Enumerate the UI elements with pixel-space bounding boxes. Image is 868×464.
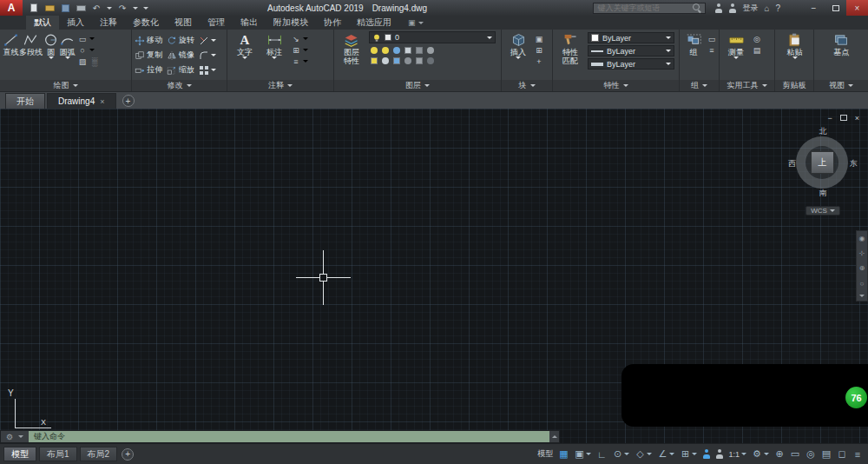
quick-calc-icon[interactable]: ▤ xyxy=(752,45,762,55)
line-tool[interactable]: 直线 xyxy=(3,31,19,80)
tab-featured-apps[interactable]: 精选应用 xyxy=(349,16,399,30)
measure-tool[interactable]: 测量 xyxy=(722,31,750,80)
chevron-down-icon[interactable] xyxy=(666,50,671,52)
clean-screen-icon[interactable]: ◻ xyxy=(837,447,847,461)
tab-manage[interactable]: 管理 xyxy=(200,16,233,30)
plot-icon[interactable] xyxy=(76,3,86,13)
ortho-mode-icon[interactable]: ∟ xyxy=(596,447,607,461)
notification-badge[interactable]: 76 xyxy=(845,387,867,408)
annotation-autoscale-icon[interactable] xyxy=(715,449,723,459)
chevron-down-icon[interactable] xyxy=(89,49,95,51)
quick-properties-icon[interactable]: ▭ xyxy=(790,447,800,461)
restore-button[interactable] xyxy=(825,0,846,16)
chevron-down-icon[interactable] xyxy=(733,56,739,59)
text-tool[interactable]: A 文字 xyxy=(230,31,260,80)
isolate-objects-icon[interactable]: ◎ xyxy=(806,447,816,461)
workspace-switch-button[interactable]: ⚙ xyxy=(752,447,769,461)
command-line[interactable]: ⚙ 键入命令 xyxy=(0,430,560,443)
customize-status-icon[interactable]: ≡ xyxy=(852,447,863,461)
circle-tool[interactable]: 圆 xyxy=(43,31,59,80)
command-customize-icon[interactable]: ⚙ xyxy=(6,433,13,441)
doc-restore-button[interactable] xyxy=(840,114,847,123)
viewcube[interactable]: 北 西 上 东 南 xyxy=(788,126,858,199)
tab-addins[interactable]: 附加模块 xyxy=(266,16,316,30)
orbit-icon[interactable]: ○ xyxy=(860,280,865,288)
help-search-box[interactable] xyxy=(593,3,706,14)
object-snap-toggle[interactable]: ⊞ xyxy=(680,447,697,461)
layer-current-icon[interactable] xyxy=(427,57,434,64)
chevron-down-icon[interactable] xyxy=(18,435,23,438)
layer-off-icon[interactable] xyxy=(371,47,378,54)
signin-user-icon[interactable] xyxy=(728,3,736,13)
pan-icon[interactable]: ⊹ xyxy=(859,249,865,257)
undo-icon[interactable]: ↶ xyxy=(91,3,102,13)
tab-annotate[interactable]: 注释 xyxy=(92,16,125,30)
layer-delete-icon[interactable] xyxy=(416,57,423,64)
layer-lock-icon[interactable] xyxy=(404,47,411,54)
new-layout-button[interactable]: + xyxy=(122,448,134,461)
tab-insert[interactable]: 插入 xyxy=(59,16,92,30)
polar-tracking-toggle[interactable]: ⊙ xyxy=(612,447,629,461)
group-edit-icon[interactable]: ≡ xyxy=(707,45,717,55)
ribbon-display-toggle[interactable]: ▣ xyxy=(408,16,424,30)
panel-properties-label[interactable]: 特性 xyxy=(553,80,679,91)
chevron-down-icon[interactable] xyxy=(211,54,216,56)
hardware-acceleration-icon[interactable]: ▤ xyxy=(821,447,832,461)
base-tool[interactable]: 基点 xyxy=(826,31,858,80)
move-tool[interactable]: 移动 xyxy=(135,35,167,46)
tab-view[interactable]: 视图 xyxy=(167,16,200,30)
paste-tool[interactable]: 粘贴 xyxy=(781,31,809,80)
annotation-scale-button[interactable]: 1:1 xyxy=(728,450,746,459)
model-space-button[interactable]: 模型 xyxy=(537,448,553,460)
snap-mode-toggle[interactable]: ▣ xyxy=(574,447,591,461)
group-button[interactable]: 组 xyxy=(682,31,705,80)
help-icon[interactable]: ? xyxy=(775,3,780,13)
scale-tool[interactable]: 缩放 xyxy=(167,64,199,76)
annotation-monitor-icon[interactable]: ⊕ xyxy=(774,447,785,461)
layout-tab-model[interactable]: 模型 xyxy=(3,447,36,461)
new-tab-button[interactable]: + xyxy=(122,95,135,107)
panel-clipboard-label[interactable]: 剪贴板 xyxy=(775,80,813,91)
gradient-icon[interactable]: ░ xyxy=(89,56,100,66)
doc-minimize-button[interactable]: − xyxy=(827,114,832,123)
grid-display-icon[interactable]: ▦ xyxy=(558,447,569,461)
panel-view-label[interactable]: 视图 xyxy=(814,80,868,91)
mirror-tool[interactable]: 镜像 xyxy=(167,50,199,61)
wcs-menu[interactable]: WCS xyxy=(806,206,840,215)
chevron-down-icon[interactable] xyxy=(859,295,865,297)
command-history-toggle[interactable] xyxy=(549,431,559,442)
layer-properties-button[interactable]: 图层特性 xyxy=(337,31,366,80)
chevron-down-icon[interactable] xyxy=(89,37,95,40)
tab-parametric[interactable]: 参数化 xyxy=(125,16,167,30)
panel-layers-label[interactable]: 图层 xyxy=(334,80,501,91)
panel-draw-label[interactable]: 绘图 xyxy=(0,80,131,91)
fillet-tool[interactable] xyxy=(199,50,216,61)
object-snap-tracking-toggle[interactable]: ∠ xyxy=(657,447,674,461)
save-icon[interactable] xyxy=(60,3,70,13)
quick-select-icon[interactable]: ◎ xyxy=(752,34,762,43)
viewcube-south-label[interactable]: 南 xyxy=(788,188,858,199)
chevron-down-icon[interactable] xyxy=(49,56,54,59)
qat-customize-chevron-icon[interactable] xyxy=(143,7,148,10)
layer-walk-icon[interactable] xyxy=(371,57,378,64)
chevron-down-icon[interactable] xyxy=(303,49,308,51)
chevron-down-icon[interactable] xyxy=(487,36,492,39)
stretch-tool[interactable]: 拉伸 xyxy=(135,64,167,76)
object-color-dropdown[interactable]: ByLayer xyxy=(588,32,674,43)
chevron-down-icon[interactable] xyxy=(211,69,216,71)
table-icon[interactable]: ⊞ xyxy=(291,45,301,55)
linetype-dropdown[interactable]: ByLayer xyxy=(588,45,674,56)
rectangle-icon[interactable]: ▭ xyxy=(77,34,88,43)
command-input[interactable]: 键入命令 xyxy=(29,431,549,442)
layer-match-icon[interactable] xyxy=(416,47,423,54)
trim-tool[interactable] xyxy=(199,36,216,46)
panel-block-label[interactable]: 块 xyxy=(502,80,552,91)
chevron-down-icon[interactable] xyxy=(133,7,138,10)
arc-tool[interactable]: 圆弧 xyxy=(59,31,76,80)
doc-close-button[interactable]: × xyxy=(855,114,859,123)
layout-tab-layout1[interactable]: 布局1 xyxy=(39,447,77,461)
viewcube-top-face[interactable]: 上 xyxy=(811,151,834,174)
chevron-down-icon[interactable] xyxy=(242,56,247,59)
copy-tool[interactable]: 复制 xyxy=(135,50,167,61)
layer-thaw-icon[interactable] xyxy=(382,57,389,64)
